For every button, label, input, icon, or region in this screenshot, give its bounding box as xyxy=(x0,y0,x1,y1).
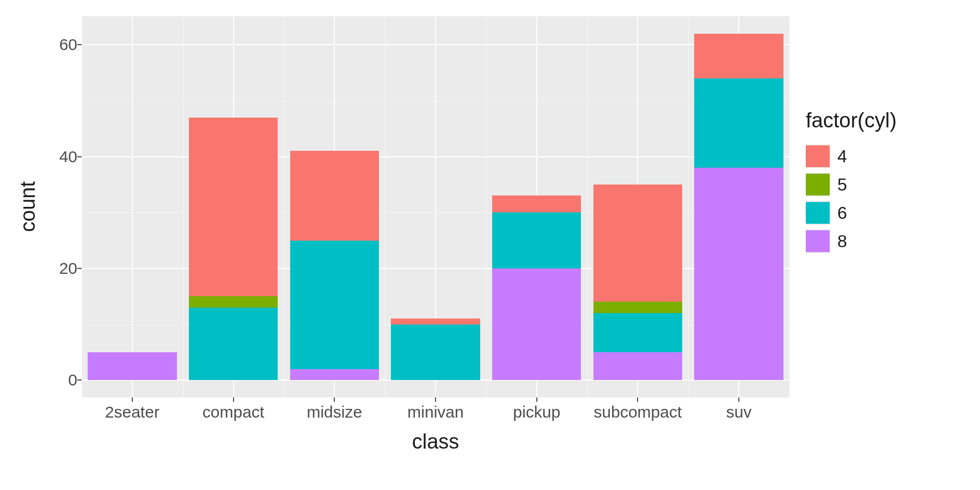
legend-item: 4 xyxy=(806,142,969,170)
x-tick-label: 2seater xyxy=(105,403,160,421)
legend-swatch xyxy=(806,145,830,167)
x-tick xyxy=(738,397,739,402)
legend-swatch xyxy=(806,202,830,224)
x-tick xyxy=(536,397,537,402)
bar-segment xyxy=(391,324,480,381)
legend-key xyxy=(806,229,830,253)
x-axis-title: class xyxy=(82,430,789,454)
x-tick xyxy=(233,397,234,402)
x-tick xyxy=(435,397,436,402)
legend-item: 8 xyxy=(806,227,969,255)
y-axis-title: count xyxy=(16,16,44,397)
legend-label: 5 xyxy=(837,175,847,195)
x-tick-label: compact xyxy=(203,403,264,421)
y-tick-label: 20 xyxy=(59,259,77,278)
legend-label: 6 xyxy=(837,203,847,223)
y-tick xyxy=(77,379,82,381)
bar-segment xyxy=(290,369,379,381)
bar-segment xyxy=(391,318,480,324)
bar-segment xyxy=(189,296,278,308)
x-tick xyxy=(637,397,638,402)
legend-swatch xyxy=(806,174,830,195)
bar-segment xyxy=(189,118,278,296)
x-tick-label: suv xyxy=(726,403,752,421)
legend-key xyxy=(806,173,830,197)
y-tick-label: 0 xyxy=(68,371,77,389)
bar-segment xyxy=(290,151,379,240)
legend-item: 5 xyxy=(806,170,969,199)
y-tick xyxy=(77,268,82,269)
bar-segment xyxy=(694,34,783,78)
legend-items: 4568 xyxy=(806,142,969,255)
legend-key xyxy=(806,201,830,225)
y-tick-label: 40 xyxy=(59,148,77,166)
legend-key xyxy=(806,144,830,168)
chart-root: class count 02040602seatercompactmidsize… xyxy=(0,0,980,490)
bar-segment xyxy=(189,308,278,380)
y-tick xyxy=(77,44,82,45)
legend-label: 4 xyxy=(837,146,847,167)
plot-panel xyxy=(82,16,789,397)
x-tick xyxy=(334,397,335,402)
x-tick-label: minivan xyxy=(407,403,463,421)
y-tick-label: 60 xyxy=(59,35,77,54)
bar-segment xyxy=(593,313,682,352)
legend-swatch xyxy=(806,230,830,252)
legend: factor(cyl) 4568 xyxy=(806,109,969,255)
x-tick-label: pickup xyxy=(513,403,560,421)
legend-title: factor(cyl) xyxy=(806,109,969,132)
legend-label: 8 xyxy=(837,231,847,252)
bar-segment xyxy=(593,302,682,313)
x-tick xyxy=(132,397,133,402)
legend-item: 6 xyxy=(806,199,969,227)
bar-segment xyxy=(492,212,581,268)
x-tick-label: midsize xyxy=(307,403,362,421)
bar-segment xyxy=(593,185,682,302)
bar-segment xyxy=(88,352,176,380)
y-tick xyxy=(77,156,82,157)
bar-segment xyxy=(290,241,379,369)
bar-segment xyxy=(694,78,783,168)
bar-segment xyxy=(492,195,581,212)
x-tick-label: subcompact xyxy=(594,403,682,421)
bar-segment xyxy=(492,268,581,380)
bar-segment xyxy=(593,352,682,380)
bar-segment xyxy=(694,168,783,380)
